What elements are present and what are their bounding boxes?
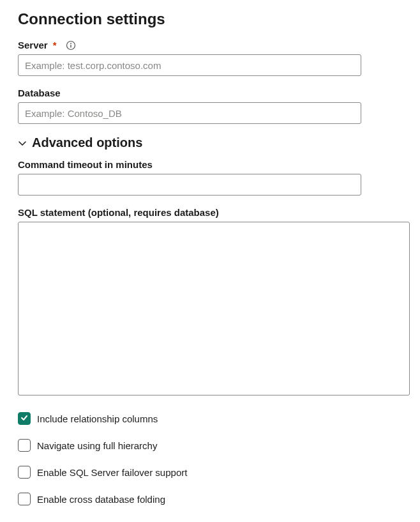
server-label-row: Server *: [18, 40, 402, 50]
checkbox-label-0[interactable]: Include relationship columns: [37, 413, 158, 424]
checkmark-icon: [20, 414, 28, 423]
checkbox-1[interactable]: [18, 439, 31, 452]
svg-point-1: [70, 43, 71, 44]
database-input[interactable]: [18, 102, 361, 124]
required-marker: *: [53, 40, 57, 50]
checkbox-list: Include relationship columnsNavigate usi…: [18, 412, 402, 505]
sql-statement-label-row: SQL statement (optional, requires databa…: [18, 207, 402, 218]
server-label: Server: [18, 40, 48, 50]
chevron-down-icon: [18, 139, 27, 148]
server-input[interactable]: [18, 54, 361, 76]
svg-rect-2: [70, 45, 71, 48]
command-timeout-label: Command timeout in minutes: [18, 159, 153, 170]
checkbox-row-0: Include relationship columns: [18, 412, 402, 425]
command-timeout-input[interactable]: [18, 174, 361, 196]
database-label: Database: [18, 88, 61, 98]
command-timeout-label-row: Command timeout in minutes: [18, 159, 402, 170]
page-title: Connection settings: [18, 10, 402, 28]
checkbox-row-3: Enable cross database folding: [18, 493, 402, 505]
checkbox-label-2[interactable]: Enable SQL Server failover support: [37, 467, 187, 478]
sql-statement-field: SQL statement (optional, requires databa…: [18, 207, 402, 398]
server-field: Server *: [18, 40, 402, 76]
info-icon[interactable]: [66, 40, 76, 50]
checkbox-3[interactable]: [18, 493, 31, 505]
advanced-options-toggle[interactable]: Advanced options: [18, 135, 402, 150]
checkbox-2[interactable]: [18, 466, 31, 479]
checkbox-label-1[interactable]: Navigate using full hierarchy: [37, 440, 157, 451]
sql-statement-input[interactable]: [18, 222, 410, 395]
command-timeout-field: Command timeout in minutes: [18, 159, 402, 196]
checkbox-row-2: Enable SQL Server failover support: [18, 466, 402, 479]
database-label-row: Database: [18, 88, 402, 98]
checkbox-0[interactable]: [18, 412, 31, 425]
advanced-options-title: Advanced options: [32, 135, 142, 150]
checkbox-row-1: Navigate using full hierarchy: [18, 439, 402, 452]
sql-statement-label: SQL statement (optional, requires databa…: [18, 207, 219, 218]
database-field: Database: [18, 88, 402, 124]
checkbox-label-3[interactable]: Enable cross database folding: [37, 494, 165, 505]
